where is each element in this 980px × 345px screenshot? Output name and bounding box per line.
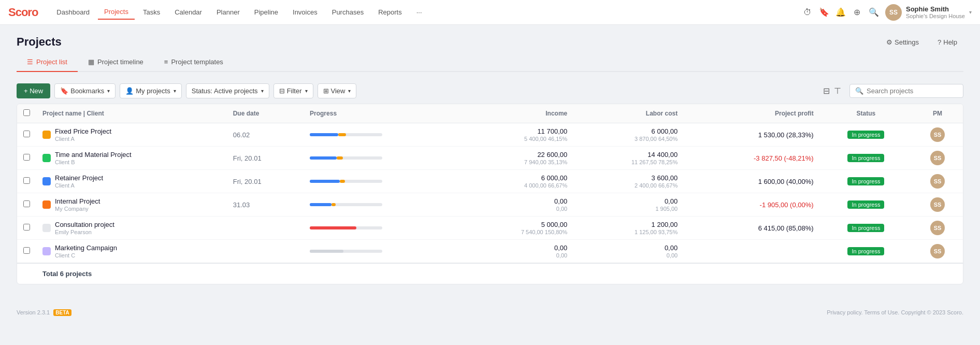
footer-links[interactable]: Privacy policy. Terms of Use. Copyright … (827, 309, 963, 315)
income-cell: 11 700,005 400,00 46,15% (463, 123, 573, 147)
th-due-date[interactable]: Due date (227, 104, 304, 123)
labor-cost-cell: 14 400,0011 267,50 78,25% (573, 147, 684, 170)
table-row[interactable]: Marketing CampaignClient C0,000,000,000,… (17, 240, 963, 264)
project-profit-value: 1 600,00 (40,00%) (690, 178, 813, 185)
project-name-cell[interactable]: Time and Material ProjectClient B (36, 147, 227, 170)
help-icon: ? (938, 38, 941, 46)
search-icon[interactable]: 🔍 (869, 7, 879, 18)
select-all-checkbox[interactable] (23, 109, 30, 116)
row-checkbox[interactable] (23, 247, 30, 254)
user-avatar-menu[interactable]: SS Sophie Smith Sophie's Design House ▾ (885, 4, 972, 21)
row-checkbox[interactable] (23, 177, 30, 184)
th-project-name[interactable]: Project name | Client (36, 104, 227, 123)
search-small-icon: 🔍 (855, 87, 863, 95)
nav-projects[interactable]: Projects (98, 5, 135, 20)
status-filter-button[interactable]: Status: Active projects ▾ (186, 83, 269, 98)
columns-icon[interactable]: ⊟ (823, 86, 830, 96)
new-project-button[interactable]: + New (17, 83, 50, 98)
bookmark-icon[interactable]: 🔖 (819, 7, 829, 18)
nav-tasks[interactable]: Tasks (137, 5, 166, 19)
table-row[interactable]: Time and Material ProjectClient BFri, 20… (17, 147, 963, 170)
nav-pipeline[interactable]: Pipeline (248, 5, 284, 19)
tab-project-list[interactable]: ☰ Project list (17, 53, 78, 72)
th-income[interactable]: Income (463, 104, 573, 123)
project-name-cell[interactable]: Retainer ProjectClient A (36, 170, 227, 193)
labor-sub: 3 870,00 64,50% (580, 136, 678, 142)
plus-icon[interactable]: ⊕ (852, 7, 862, 18)
project-name-text[interactable]: Internal Project (55, 197, 100, 205)
project-profit-cell: 6 415,00 (85,08%) (684, 217, 819, 240)
table-row[interactable]: Consultation projectEmily Pearson5 000,0… (17, 217, 963, 240)
nav-invoices[interactable]: Invoices (286, 5, 324, 19)
nav-reports[interactable]: Reports (372, 5, 408, 19)
project-name-cell[interactable]: Internal ProjectMy Company (36, 193, 227, 217)
project-name-cell[interactable]: Marketing CampaignClient C (36, 240, 227, 264)
view-button[interactable]: ⊞ View ▾ (318, 83, 357, 98)
pm-avatar: SS (930, 151, 945, 165)
income-sub: 4 000,00 66,67% (469, 182, 567, 189)
avatar-info: Sophie Smith Sophie's Design House (906, 5, 965, 19)
row-checkbox[interactable] (23, 224, 30, 231)
filter-button[interactable]: ⊟ Filter ▾ (273, 83, 313, 98)
income-sub: 0,00 (469, 206, 567, 212)
bookmarks-button[interactable]: 🔖 Bookmarks ▾ (54, 83, 116, 98)
list-icon: ☰ (27, 58, 33, 66)
total-checkbox-cell (17, 263, 36, 284)
project-name-text[interactable]: Fixed Price Project (55, 127, 111, 135)
settings-button[interactable]: ⚙ Settings (880, 36, 925, 49)
labor-cost-cell: 6 000,003 870,00 64,50% (573, 123, 684, 147)
labor-cost-cell: 0,000,00 (573, 240, 684, 264)
project-name-cell[interactable]: Fixed Price ProjectClient A (36, 123, 227, 147)
status-badge: In progress (847, 177, 884, 185)
help-button[interactable]: ? Help (931, 36, 963, 49)
nav-right-actions: ⏱ 🔖 🔔 ⊕ 🔍 SS Sophie Smith Sophie's Desig… (802, 4, 972, 21)
progress-red (310, 226, 356, 229)
tab-project-templates[interactable]: ≡ Project templates (154, 53, 234, 72)
nav-calendar[interactable]: Calendar (168, 5, 208, 19)
row-checkbox[interactable] (23, 154, 30, 161)
progress-blue (310, 203, 332, 206)
table-row[interactable]: Fixed Price ProjectClient A06.0211 700,0… (17, 123, 963, 147)
logo[interactable]: Scoro (8, 6, 38, 19)
nav-dashboard[interactable]: Dashboard (50, 5, 96, 19)
row-checkbox[interactable] (23, 200, 30, 207)
nav-planner[interactable]: Planner (210, 5, 246, 19)
avatar: SS (885, 4, 902, 21)
tabs: ☰ Project list ▦ Project timeline ≡ Proj… (17, 53, 963, 72)
filter-toggle-icon[interactable]: ⊤ (834, 86, 841, 96)
nav-more[interactable]: ··· (410, 5, 428, 19)
due-date-cell: Fri, 20.01 (227, 170, 304, 193)
search-input[interactable] (867, 87, 958, 95)
row-checkbox-cell (17, 217, 36, 240)
labor-sub: 1 125,00 93,75% (580, 229, 678, 235)
labor-main: 14 400,00 (580, 151, 678, 159)
projects-table: Project name | Client Due date Progress … (17, 104, 963, 284)
income-cell: 0,000,00 (463, 240, 573, 264)
th-status[interactable]: Status (820, 104, 913, 123)
due-date-cell (227, 217, 304, 240)
project-name-text[interactable]: Marketing Campaign (55, 244, 117, 252)
project-name-cell[interactable]: Consultation projectEmily Pearson (36, 217, 227, 240)
nav-purchases[interactable]: Purchases (326, 5, 370, 19)
status-cell: In progress (820, 147, 913, 170)
clock-icon[interactable]: ⏱ (802, 7, 813, 18)
progress-bar (310, 133, 382, 136)
status-cell: In progress (820, 123, 913, 147)
row-checkbox[interactable] (23, 131, 30, 137)
th-project-profit[interactable]: Project profit (684, 104, 819, 123)
th-pm[interactable]: PM (912, 104, 963, 123)
bell-icon[interactable]: 🔔 (835, 7, 846, 18)
project-name-text[interactable]: Consultation project (55, 221, 114, 228)
th-labor-cost[interactable]: Labor cost (573, 104, 684, 123)
page-title: Projects (17, 35, 62, 49)
th-progress[interactable]: Progress (304, 104, 463, 123)
tab-project-timeline[interactable]: ▦ Project timeline (78, 53, 154, 72)
table-row[interactable]: Retainer ProjectClient AFri, 20.016 000,… (17, 170, 963, 193)
table-row[interactable]: Internal ProjectMy Company31.030,000,000… (17, 193, 963, 217)
project-name-text[interactable]: Time and Material Project (55, 151, 132, 159)
chevron-down-icon: ▾ (107, 88, 110, 94)
status-cell: In progress (820, 217, 913, 240)
project-name-text[interactable]: Retainer Project (55, 174, 103, 182)
income-main: 5 000,00 (469, 221, 567, 228)
my-projects-button[interactable]: 👤 My projects ▾ (120, 83, 181, 98)
